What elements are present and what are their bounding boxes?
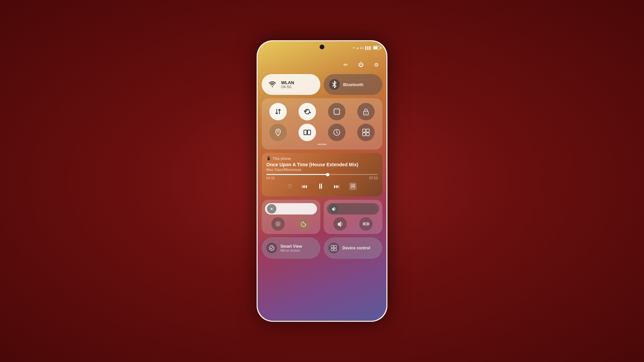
- svg-rect-9: [366, 129, 369, 132]
- brightness-card: ☀: [262, 200, 320, 234]
- svg-rect-5: [304, 130, 307, 135]
- bluetooth-status-icon: ⚭: [353, 46, 355, 50]
- smart-view-subtitle: Mirror screen: [280, 249, 302, 252]
- bluetooth-tile[interactable]: Bluetooth: [324, 74, 382, 95]
- svg-point-12: [277, 223, 279, 225]
- time-row: 04:10 07:53: [266, 176, 378, 180]
- battery-icon: [373, 46, 380, 50]
- svg-rect-11: [366, 133, 369, 136]
- settings-button[interactable]: ⚙: [372, 60, 381, 69]
- data-transfer-icon[interactable]: [269, 103, 287, 120]
- device-control-title: Device control: [342, 246, 370, 250]
- scroll-dot: [317, 144, 327, 145]
- media-content: 📱 This phone Once Upon A Time (House Ext…: [262, 153, 382, 193]
- sync-icon[interactable]: [299, 103, 316, 120]
- quick-tiles-row: WLAN OK-5G Bluetooth: [262, 74, 382, 95]
- lyrics-button[interactable]: 词: [349, 183, 357, 190]
- volume-thumb-container: [329, 204, 338, 214]
- bottom-tiles: Smart View Mirror screen Dev: [262, 237, 382, 259]
- device-control-icon: [328, 243, 339, 253]
- brightness-thumb: ☀: [267, 204, 276, 214]
- night-mode-icon[interactable]: [297, 217, 311, 231]
- svg-rect-18: [331, 248, 333, 251]
- reading-mode-icon[interactable]: [299, 124, 316, 141]
- progress-bar[interactable]: [266, 174, 378, 175]
- screenshot-icon[interactable]: [328, 103, 345, 120]
- smart-view-text: Smart View Mirror screen: [280, 244, 302, 252]
- phone-frame: ⚭ ∎ 4G ▌▌▌ ✏ ⏻ ⚙: [257, 40, 387, 322]
- clock-icon[interactable]: [328, 124, 345, 141]
- svg-rect-10: [363, 133, 366, 136]
- brightness-icons-row: [265, 217, 317, 231]
- edit-button[interactable]: ✏: [341, 60, 350, 69]
- scroll-indicator: [265, 144, 379, 145]
- media-artist: Max Oazo/Moonessa: [266, 168, 378, 172]
- wlan-subtitle: OK-5G: [281, 85, 294, 89]
- progress-fill: [266, 174, 328, 175]
- favorite-button[interactable]: ♡: [287, 183, 292, 190]
- svg-rect-16: [331, 245, 333, 248]
- svg-point-14: [366, 224, 367, 225]
- smart-view-icon: [266, 243, 277, 253]
- svg-rect-6: [308, 130, 311, 135]
- svg-point-4: [277, 131, 279, 132]
- device-control-tile[interactable]: Device control: [324, 237, 382, 259]
- vibrate-icon[interactable]: [359, 217, 373, 231]
- bluetooth-title: Bluetooth: [343, 82, 364, 87]
- volume-thumb: [329, 204, 338, 214]
- pause-button[interactable]: ⏸: [317, 182, 324, 191]
- media-controls: ♡ ⏮ ⏸ ⏭ 词: [266, 182, 378, 191]
- svg-rect-8: [363, 129, 366, 132]
- wlan-text: WLAN OK-5G: [281, 80, 294, 89]
- volume-slider[interactable]: [327, 203, 379, 215]
- media-title: Once Upon A Time (House Extended Mix): [266, 162, 378, 167]
- bluetooth-icon: [329, 79, 340, 90]
- svg-rect-17: [334, 245, 336, 248]
- time-elapsed: 04:10: [266, 176, 275, 180]
- svg-rect-1: [334, 109, 339, 114]
- action-bar: ✏ ⏻ ⚙: [262, 60, 382, 69]
- media-source-row: 📱 This phone: [266, 156, 378, 161]
- brightness-slider[interactable]: ☀: [265, 203, 317, 215]
- phone-camera: [320, 45, 324, 49]
- media-source-label: This phone: [273, 157, 291, 161]
- time-total: 07:53: [369, 176, 378, 180]
- power-button[interactable]: ⏻: [356, 60, 366, 69]
- smart-view-tile[interactable]: Smart View Mirror screen: [262, 237, 320, 259]
- volume-icon[interactable]: [333, 217, 347, 231]
- signal-status-icon: ▌▌▌: [365, 46, 372, 50]
- wlan-tile[interactable]: WLAN OK-5G: [262, 74, 320, 95]
- phone-icon: 📱: [266, 156, 271, 161]
- wlan-icon: [267, 79, 278, 90]
- auto-brightness-icon[interactable]: [271, 217, 285, 231]
- device-control-text: Device control: [342, 246, 370, 250]
- multi-window-icon[interactable]: [357, 124, 375, 141]
- volume-slider-row: [327, 203, 379, 215]
- previous-button[interactable]: ⏮: [302, 183, 308, 190]
- status-bar: ⚭ ∎ 4G ▌▌▌: [353, 46, 380, 50]
- brightness-volume-section: ☀: [262, 200, 382, 234]
- location-icon[interactable]: [269, 124, 287, 141]
- lock-icon[interactable]: [357, 103, 375, 120]
- media-player: 📱 This phone Once Upon A Time (House Ext…: [262, 153, 382, 196]
- svg-point-3: [366, 113, 367, 114]
- brightness-slider-row: ☀: [265, 203, 317, 215]
- icon-grid-container: [262, 98, 382, 149]
- smart-view-title: Smart View: [280, 244, 302, 249]
- progress-thumb: [326, 173, 329, 176]
- control-panel: ✏ ⏻ ⚙ WLAN: [262, 60, 382, 321]
- svg-rect-19: [334, 248, 336, 251]
- wifi-status-icon: ∎: [357, 46, 359, 50]
- volume-card: [324, 200, 382, 234]
- next-button[interactable]: ⏭: [334, 183, 340, 190]
- bluetooth-text: Bluetooth: [343, 82, 364, 87]
- brightness-thumb-container: ☀: [267, 204, 276, 214]
- wlan-title: WLAN: [281, 80, 294, 85]
- phone-screen: ⚭ ∎ 4G ▌▌▌ ✏ ⏻ ⚙: [258, 41, 386, 321]
- data-status-icon: 4G: [360, 46, 364, 50]
- icon-grid: [265, 103, 379, 141]
- volume-icons-row: [327, 217, 379, 231]
